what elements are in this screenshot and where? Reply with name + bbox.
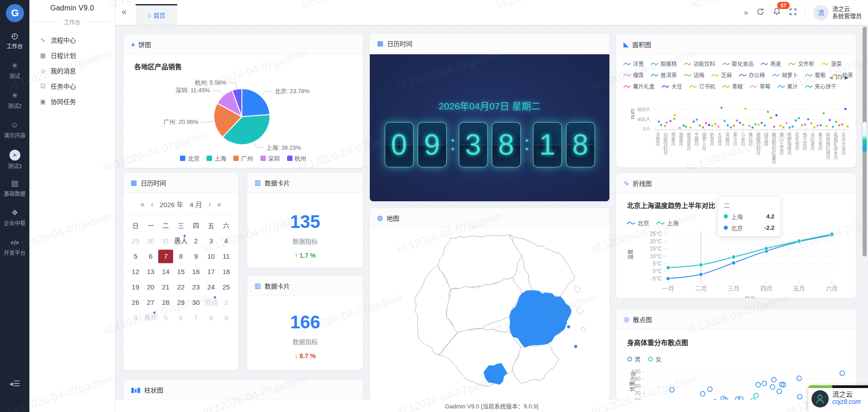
calendar-day-3[interactable]: 3 — [128, 311, 143, 325]
calendar-day-10[interactable]: 10 — [203, 250, 218, 263]
data-point[interactable] — [670, 388, 674, 392]
data-point[interactable] — [738, 397, 743, 400]
data-point[interactable] — [807, 118, 809, 120]
legend-item-北京[interactable]: 北京 — [627, 218, 649, 227]
data-point[interactable] — [699, 263, 703, 266]
legend-item-薯片礼盒[interactable]: 薯片礼盒 — [623, 82, 655, 90]
calendar-day-3[interactable]: 3 — [203, 234, 218, 248]
app-logo[interactable]: G — [6, 4, 24, 22]
data-point[interactable] — [732, 261, 736, 265]
menu-item-任务中心[interactable]: ☑任务中心 — [29, 78, 115, 94]
calendar-prev-year[interactable]: « — [141, 200, 145, 208]
legend-item-话梅[interactable]: 话梅 — [684, 71, 704, 79]
data-point[interactable] — [813, 126, 816, 128]
data-point[interactable] — [785, 122, 788, 124]
legend-item-大豆[interactable]: 大豆 — [662, 82, 682, 90]
calendar-day-6[interactable]: 6 — [173, 311, 188, 325]
data-point[interactable] — [816, 125, 819, 127]
calendar-day-8[interactable]: 8 — [203, 311, 218, 325]
data-point[interactable] — [823, 112, 825, 114]
data-point[interactable] — [673, 118, 675, 120]
calendar-next-year[interactable]: » — [217, 200, 221, 208]
calendar-day-7[interactable]: 7 — [158, 250, 173, 263]
calendar-day-4[interactable]: 4 — [219, 234, 234, 248]
data-point[interactable] — [758, 124, 760, 126]
data-point[interactable] — [797, 239, 801, 243]
menu-item-协同任务[interactable]: ▣协同任务 — [29, 94, 115, 109]
legend-item-果汁[interactable]: 果汁 — [778, 82, 798, 90]
tab-home[interactable]: ⌂ 首页 — [136, 4, 177, 25]
calendar-day-9[interactable]: 9 — [189, 250, 203, 263]
data-point[interactable] — [797, 394, 802, 399]
sidebar-item-演示内容[interactable]: ☺演示内容 — [0, 121, 29, 139]
calendar-day-21[interactable]: 21 — [158, 280, 173, 294]
data-point[interactable] — [844, 108, 847, 110]
data-point[interactable] — [840, 371, 844, 375]
data-point[interactable] — [829, 119, 831, 121]
calendar-day-6[interactable]: 6 — [143, 250, 158, 263]
sidebar-item-企业中枢[interactable]: ❖企业中枢 — [0, 208, 29, 227]
calendar-day-7[interactable]: 7 — [189, 311, 203, 325]
legend-item-功能饮料[interactable]: 功能饮料 — [684, 60, 715, 67]
data-point[interactable] — [838, 124, 840, 127]
data-point[interactable] — [795, 119, 797, 122]
calendar-day-17[interactable]: 17 — [203, 265, 218, 279]
vendor-popup[interactable]: 流之云 cojz8.com — [808, 385, 868, 412]
menu-item-日程计划[interactable]: ▦日程计划 — [29, 47, 115, 63]
calendar-day-30[interactable]: 30 — [143, 234, 158, 248]
expand-tabs-icon[interactable]: » — [744, 9, 748, 16]
data-point[interactable] — [708, 387, 712, 391]
calendar-day-31[interactable]: 31 — [158, 234, 173, 248]
calendar-day-14[interactable]: 14 — [158, 265, 173, 279]
legend-item-胡萝卜[interactable]: 胡萝卜 — [772, 71, 798, 79]
calendar-day-29[interactable]: 29 — [173, 296, 188, 309]
data-point[interactable] — [762, 381, 766, 385]
china-province-map[interactable] — [377, 231, 603, 399]
data-point[interactable] — [689, 126, 692, 128]
data-point[interactable] — [792, 126, 794, 128]
legend-next-icon[interactable]: ▶ — [845, 75, 849, 81]
calendar-day-2[interactable]: 2 — [189, 234, 203, 248]
calendar-day-19[interactable]: 19 — [128, 280, 143, 294]
line-series-北京[interactable] — [668, 235, 832, 279]
legend-item-女[interactable]: 女 — [648, 355, 661, 363]
data-point[interactable] — [764, 124, 766, 127]
data-point[interactable] — [745, 108, 747, 110]
data-point[interactable] — [830, 232, 834, 236]
calendar-day-愚人[interactable]: 愚人 — [173, 234, 188, 248]
user-menu[interactable]: 流 流之云 系统管理员 — [813, 5, 862, 20]
legend-prev-icon[interactable]: ◀ — [829, 75, 832, 81]
data-point[interactable] — [773, 126, 775, 128]
legend-item-夹心饼干[interactable]: 夹心饼干 — [805, 82, 836, 90]
sidebar-item-基础数据[interactable]: ▤基础数据 — [0, 179, 29, 197]
calendar-day-劳动[interactable]: 劳动 — [203, 296, 218, 309]
calendar-day-29[interactable]: 29 — [128, 234, 143, 248]
legend-item-普洱茶[interactable]: 普洱茶 — [651, 71, 677, 79]
calendar-day-12[interactable]: 12 — [128, 265, 143, 279]
calendar-next-month[interactable]: › — [208, 200, 211, 208]
legend-item-燕麦[interactable]: 燕麦 — [761, 60, 781, 67]
legend-item-上海[interactable]: 上海 — [656, 218, 679, 227]
data-point[interactable] — [764, 246, 768, 250]
calendar-day-26[interactable]: 26 — [128, 296, 143, 309]
data-point[interactable] — [733, 125, 735, 127]
data-point[interactable] — [665, 122, 668, 124]
data-point[interactable] — [783, 126, 785, 128]
data-point[interactable] — [726, 124, 729, 127]
line-series-上海[interactable] — [668, 234, 832, 268]
data-point[interactable] — [711, 125, 713, 127]
legend-item-菠菜[interactable]: 菠菜 — [821, 60, 842, 67]
data-point[interactable] — [788, 127, 791, 129]
map-region-highlighted[interactable] — [509, 290, 571, 348]
data-point[interactable] — [699, 124, 701, 127]
calendar-day-18[interactable]: 18 — [219, 265, 234, 279]
data-point[interactable] — [810, 122, 812, 124]
calendar-prev-month[interactable]: ‹ — [151, 200, 153, 208]
data-point[interactable] — [755, 123, 757, 125]
vendor-site-link[interactable]: cojz8.com — [832, 398, 861, 406]
data-point[interactable] — [751, 126, 754, 128]
legend-item-办公椅[interactable]: 办公椅 — [739, 71, 765, 79]
sidebar-item-工作台[interactable]: ◴工作台 — [0, 32, 29, 50]
data-point[interactable] — [754, 393, 758, 398]
calendar-day-22[interactable]: 22 — [173, 280, 188, 294]
